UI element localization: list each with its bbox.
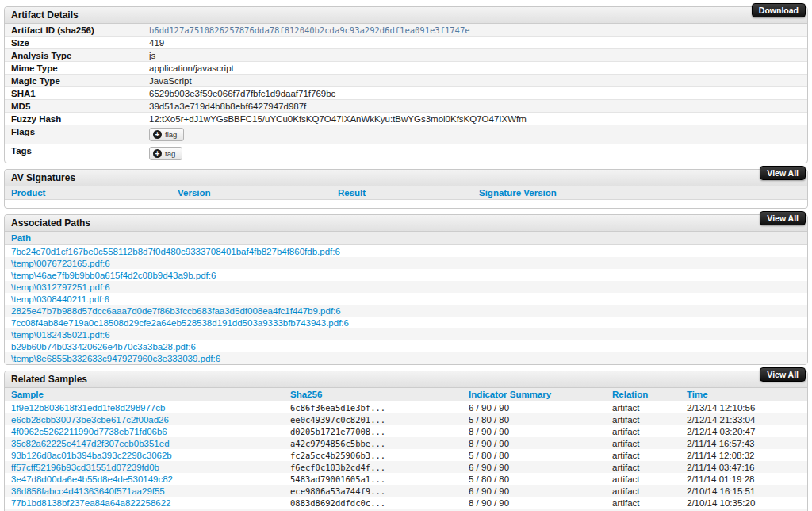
path-row: 2825e47b7b988d57dcc6aaa7d0de7f86b3fccb68… <box>5 305 807 317</box>
sha256-cell: ee0c49397c0c8201... <box>290 415 469 425</box>
indicator-summary-cell: 5 / 80 / 80 <box>469 474 612 484</box>
path-row: \temp\8e6855b332633c947927960c3e333039.p… <box>5 352 807 364</box>
column-header-product[interactable]: Product <box>11 188 45 198</box>
indicator-summary-cell: 8 / 90 / 90 <box>469 498 612 508</box>
relation-cell: artifact <box>612 498 687 508</box>
detail-label: Flags <box>5 125 149 144</box>
column-header-sample[interactable]: Sample <box>11 390 44 399</box>
detail-value: 6529b903e3f59e066f7d7fbfc1d9daaf71f769bc <box>149 89 335 98</box>
detail-value-cell: b6dd127a7510826257876dda78f812040b2cda9c… <box>149 24 807 36</box>
sample-link[interactable]: 93b126d8ac01b394ba393c2298c3062b <box>11 451 172 460</box>
detail-label: Magic Type <box>5 75 149 86</box>
path-row: \temp\0182435021.pdf:6 <box>5 328 807 340</box>
av-signatures-title: AV Signatures <box>5 170 807 186</box>
detail-row: MD5 39d51a3e719d4b8b8ebf6427947d987f <box>5 100 807 113</box>
path-row: 7bc24c70d1cf167be0c558112b8d7f0d480c9333… <box>5 245 807 257</box>
relation-cell: artifact <box>612 403 687 413</box>
column-header-indicator-summary[interactable]: Indicator Summary <box>469 390 551 399</box>
relation-cell: artifact <box>612 427 687 436</box>
av-signatures-empty-body <box>5 200 807 208</box>
indicator-summary-cell: 6 / 90 / 90 <box>469 486 612 496</box>
path-link[interactable]: \temp\0312797251.pdf:6 <box>11 282 110 292</box>
detail-value: JavaScript <box>149 76 192 86</box>
path-row: \temp\0076723165.pdf:6 <box>5 257 807 269</box>
indicator-summary-cell: 8 / 90 / 90 <box>469 427 612 436</box>
relation-cell: artifact <box>612 439 687 448</box>
add-flag-button[interactable]: + flag <box>149 128 184 141</box>
path-link[interactable]: \temp\8e6855b332633c947927960c3e333039.p… <box>11 354 220 363</box>
indicator-summary-cell: 5 / 80 / 80 <box>469 451 612 460</box>
column-header-result[interactable]: Result <box>338 188 366 198</box>
detail-value-cell: 6529b903e3f59e066f7d7fbfc1d9daaf71f769bc <box>149 87 807 99</box>
detail-value-cell: 12:tXo5r+dJ1wYGsBBFC15/uYCu0KfsKQ7O47IXA… <box>149 113 807 125</box>
view-all-button-av[interactable]: View All <box>760 166 806 180</box>
sample-link[interactable]: e6cb28cbb30073be3cbe617c2f00ad26 <box>11 415 169 425</box>
sample-link[interactable]: 36d858fabcc4d41363640f571aa29f55 <box>11 486 165 496</box>
associated-paths-panel: View All Associated Paths Path 7bc24c70d… <box>4 214 808 365</box>
time-cell: 2/10/14 10:35:20 <box>687 498 807 508</box>
detail-row: Fuzzy Hash 12:tXo5r+dJ1wYGsBBFC15/uYCu0K… <box>5 113 807 125</box>
download-button[interactable]: Download <box>752 3 806 17</box>
sha256-cell: ece9806a53a744f9... <box>290 486 469 496</box>
related-samples-panel: View All Related Samples Sample Sha256 I… <box>4 371 808 511</box>
table-row: 35c82a62225c4147d2f307ecb0b351ed a42c979… <box>5 437 807 449</box>
sample-link[interactable]: 1f9e12b803618f31edd1fe8d298977cb <box>11 403 165 413</box>
sample-link[interactable]: 77b1bd8138bf237ea84a64a822258622 <box>11 498 170 508</box>
path-link[interactable]: \temp\0076723165.pdf:6 <box>11 259 110 268</box>
related-samples-title: Related Samples <box>5 371 807 388</box>
detail-label: SHA1 <box>5 87 149 99</box>
path-link[interactable]: b29b60b74b033420626e4b70c3a3ba28.pdf:6 <box>11 342 196 352</box>
sample-link[interactable]: 3e47d8d00da6e4b55d8e4de530149c82 <box>11 474 173 484</box>
detail-value: application/javascript <box>149 63 234 73</box>
detail-label: Size <box>5 36 149 48</box>
indicator-summary-cell: 8 / 90 / 90 <box>469 439 612 448</box>
path-link[interactable]: \temp\46ae7fb9b9bb0a615f4d2c08b9d43a9b.p… <box>11 271 216 280</box>
detail-value: 419 <box>149 38 164 48</box>
associated-paths-list: 7bc24c70d1cf167be0c558112b8d7f0d480c9333… <box>5 245 807 364</box>
sha256-cell: 5483ad79001605a1... <box>290 474 469 484</box>
detail-value-cell: JavaScript <box>149 75 807 86</box>
time-cell: 2/11/14 12:08:32 <box>687 451 807 460</box>
plus-icon: + <box>153 130 162 139</box>
column-header-relation[interactable]: Relation <box>612 390 648 399</box>
av-signatures-panel: View All AV Signatures Product Version R… <box>4 169 808 209</box>
path-link[interactable]: \temp\0182435021.pdf:6 <box>11 330 110 340</box>
path-link[interactable]: 7bc24c70d1cf167be0c558112b8d7f0d480c9333… <box>11 247 340 256</box>
detail-label: Mime Type <box>5 62 149 74</box>
add-tag-button[interactable]: + tag <box>149 147 182 160</box>
column-header-sha256[interactable]: Sha256 <box>290 390 322 399</box>
path-link[interactable]: \temp\0308440211.pdf:6 <box>11 294 109 304</box>
path-row: \temp\0312797251.pdf:6 <box>5 281 807 293</box>
sample-link[interactable]: 35c82a62225c4147d2f307ecb0b351ed <box>11 439 170 448</box>
detail-value: b6dd127a7510826257876dda78f812040b2cda9c… <box>149 25 470 35</box>
sha256-cell: a42c9794856c5bbe... <box>290 439 469 448</box>
related-samples-table: 1f9e12b803618f31edd1fe8d298977cb 6c86f36… <box>5 402 807 511</box>
time-cell: 2/11/14 01:19:28 <box>687 474 807 484</box>
plus-icon: + <box>153 149 162 158</box>
column-header-signature-version[interactable]: Signature Version <box>479 188 557 198</box>
column-header-time[interactable]: Time <box>687 390 708 399</box>
sha256-cell: fc2a5cc4b25906b3... <box>290 451 469 460</box>
view-all-button-samples[interactable]: View All <box>760 367 806 382</box>
detail-row: Artifact ID (sha256) b6dd127a75108262578… <box>5 24 807 36</box>
detail-row: Analysis Type js <box>5 49 807 62</box>
path-link[interactable]: 2825e47b7b988d57dcc6aaa7d0de7f86b3fccb68… <box>11 306 341 316</box>
detail-row: Tags + tag <box>5 144 807 163</box>
detail-value-cell: 419 <box>149 36 807 48</box>
path-row: b29b60b74b033420626e4b70c3a3ba28.pdf:6 <box>5 340 807 352</box>
sample-link[interactable]: 4f0962c5262211990d7738eb71fd06b6 <box>11 427 167 436</box>
sample-link[interactable]: ff57cff52196b93cd31551d07239fd0b <box>11 463 159 472</box>
artifact-details-panel: Download Artifact Details Artifact ID (s… <box>4 6 808 163</box>
column-header-path[interactable]: Path <box>11 233 31 243</box>
table-row: 1f9e12b803618f31edd1fe8d298977cb 6c86f36… <box>5 402 807 413</box>
time-cell: 2/11/14 03:47:16 <box>687 463 807 472</box>
detail-label: Tags <box>5 144 149 163</box>
view-all-button-paths[interactable]: View All <box>760 211 806 225</box>
artifact-details-title: Artifact Details <box>5 7 807 24</box>
time-cell: 2/10/14 16:15:51 <box>687 486 807 496</box>
path-link[interactable]: 7cc08f4ab84e719a0c18508d29cfe2a64eb52853… <box>11 318 349 328</box>
table-row: e6cb28cbb30073be3cbe617c2f00ad26 ee0c493… <box>5 413 807 425</box>
detail-value-cell: + flag <box>149 125 807 144</box>
relation-cell: artifact <box>612 486 687 496</box>
column-header-version[interactable]: Version <box>178 188 211 198</box>
